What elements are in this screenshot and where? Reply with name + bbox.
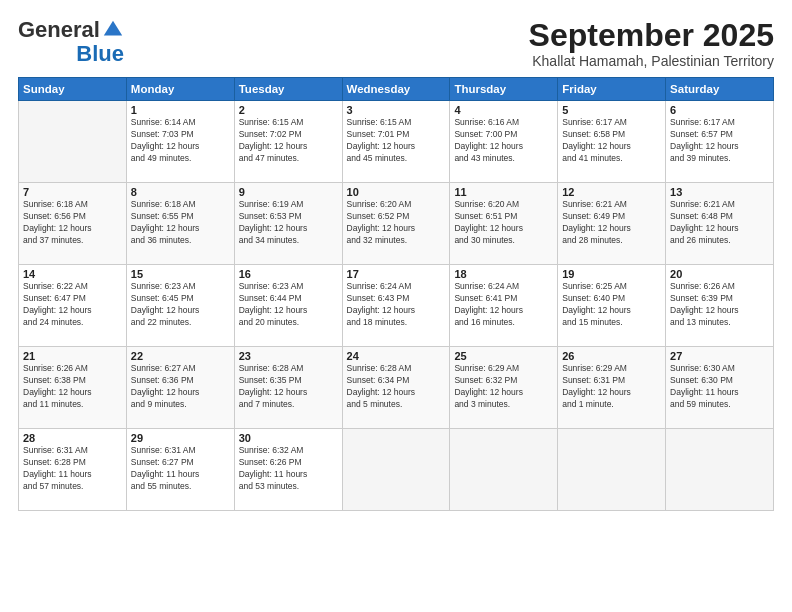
day-info: Sunrise: 6:25 AM Sunset: 6:40 PM Dayligh… <box>562 281 661 329</box>
svg-marker-0 <box>104 21 122 36</box>
table-row: 6Sunrise: 6:17 AM Sunset: 6:57 PM Daylig… <box>666 101 774 183</box>
day-number: 23 <box>239 350 338 362</box>
day-info: Sunrise: 6:21 AM Sunset: 6:49 PM Dayligh… <box>562 199 661 247</box>
calendar-header-row: Sunday Monday Tuesday Wednesday Thursday… <box>19 78 774 101</box>
day-number: 13 <box>670 186 769 198</box>
table-row: 29Sunrise: 6:31 AM Sunset: 6:27 PM Dayli… <box>126 429 234 511</box>
day-number: 3 <box>347 104 446 116</box>
day-info: Sunrise: 6:27 AM Sunset: 6:36 PM Dayligh… <box>131 363 230 411</box>
day-number: 17 <box>347 268 446 280</box>
day-info: Sunrise: 6:14 AM Sunset: 7:03 PM Dayligh… <box>131 117 230 165</box>
day-info: Sunrise: 6:16 AM Sunset: 7:00 PM Dayligh… <box>454 117 553 165</box>
table-row: 14Sunrise: 6:22 AM Sunset: 6:47 PM Dayli… <box>19 265 127 347</box>
day-info: Sunrise: 6:17 AM Sunset: 6:57 PM Dayligh… <box>670 117 769 165</box>
day-number: 16 <box>239 268 338 280</box>
table-row: 11Sunrise: 6:20 AM Sunset: 6:51 PM Dayli… <box>450 183 558 265</box>
table-row: 13Sunrise: 6:21 AM Sunset: 6:48 PM Dayli… <box>666 183 774 265</box>
table-row: 27Sunrise: 6:30 AM Sunset: 6:30 PM Dayli… <box>666 347 774 429</box>
table-row: 23Sunrise: 6:28 AM Sunset: 6:35 PM Dayli… <box>234 347 342 429</box>
day-info: Sunrise: 6:23 AM Sunset: 6:44 PM Dayligh… <box>239 281 338 329</box>
month-title: September 2025 <box>529 18 774 53</box>
table-row: 28Sunrise: 6:31 AM Sunset: 6:28 PM Dayli… <box>19 429 127 511</box>
day-number: 2 <box>239 104 338 116</box>
col-monday: Monday <box>126 78 234 101</box>
logo-icon <box>102 19 124 41</box>
logo-general: General <box>18 18 100 42</box>
day-number: 24 <box>347 350 446 362</box>
day-number: 12 <box>562 186 661 198</box>
header: General Blue September 2025 Khallat Hama… <box>18 18 774 69</box>
day-info: Sunrise: 6:18 AM Sunset: 6:55 PM Dayligh… <box>131 199 230 247</box>
day-number: 14 <box>23 268 122 280</box>
day-info: Sunrise: 6:20 AM Sunset: 6:52 PM Dayligh… <box>347 199 446 247</box>
table-row: 5Sunrise: 6:17 AM Sunset: 6:58 PM Daylig… <box>558 101 666 183</box>
day-number: 25 <box>454 350 553 362</box>
col-friday: Friday <box>558 78 666 101</box>
day-number: 9 <box>239 186 338 198</box>
title-block: September 2025 Khallat Hamamah, Palestin… <box>529 18 774 69</box>
day-info: Sunrise: 6:26 AM Sunset: 6:38 PM Dayligh… <box>23 363 122 411</box>
table-row: 2Sunrise: 6:15 AM Sunset: 7:02 PM Daylig… <box>234 101 342 183</box>
col-wednesday: Wednesday <box>342 78 450 101</box>
table-row: 24Sunrise: 6:28 AM Sunset: 6:34 PM Dayli… <box>342 347 450 429</box>
day-info: Sunrise: 6:22 AM Sunset: 6:47 PM Dayligh… <box>23 281 122 329</box>
day-info: Sunrise: 6:29 AM Sunset: 6:31 PM Dayligh… <box>562 363 661 411</box>
table-row: 1Sunrise: 6:14 AM Sunset: 7:03 PM Daylig… <box>126 101 234 183</box>
day-info: Sunrise: 6:18 AM Sunset: 6:56 PM Dayligh… <box>23 199 122 247</box>
day-info: Sunrise: 6:26 AM Sunset: 6:39 PM Dayligh… <box>670 281 769 329</box>
table-row: 20Sunrise: 6:26 AM Sunset: 6:39 PM Dayli… <box>666 265 774 347</box>
table-row: 25Sunrise: 6:29 AM Sunset: 6:32 PM Dayli… <box>450 347 558 429</box>
table-row: 10Sunrise: 6:20 AM Sunset: 6:52 PM Dayli… <box>342 183 450 265</box>
day-info: Sunrise: 6:31 AM Sunset: 6:27 PM Dayligh… <box>131 445 230 493</box>
col-saturday: Saturday <box>666 78 774 101</box>
day-info: Sunrise: 6:20 AM Sunset: 6:51 PM Dayligh… <box>454 199 553 247</box>
logo-blue: Blue <box>76 42 124 66</box>
day-info: Sunrise: 6:32 AM Sunset: 6:26 PM Dayligh… <box>239 445 338 493</box>
day-number: 29 <box>131 432 230 444</box>
table-row: 30Sunrise: 6:32 AM Sunset: 6:26 PM Dayli… <box>234 429 342 511</box>
day-number: 28 <box>23 432 122 444</box>
day-number: 18 <box>454 268 553 280</box>
table-row: 3Sunrise: 6:15 AM Sunset: 7:01 PM Daylig… <box>342 101 450 183</box>
day-number: 26 <box>562 350 661 362</box>
table-row: 22Sunrise: 6:27 AM Sunset: 6:36 PM Dayli… <box>126 347 234 429</box>
table-row: 26Sunrise: 6:29 AM Sunset: 6:31 PM Dayli… <box>558 347 666 429</box>
day-info: Sunrise: 6:19 AM Sunset: 6:53 PM Dayligh… <box>239 199 338 247</box>
day-number: 22 <box>131 350 230 362</box>
table-row: 9Sunrise: 6:19 AM Sunset: 6:53 PM Daylig… <box>234 183 342 265</box>
col-thursday: Thursday <box>450 78 558 101</box>
day-info: Sunrise: 6:17 AM Sunset: 6:58 PM Dayligh… <box>562 117 661 165</box>
table-row <box>19 101 127 183</box>
day-info: Sunrise: 6:31 AM Sunset: 6:28 PM Dayligh… <box>23 445 122 493</box>
calendar-week-row: 1Sunrise: 6:14 AM Sunset: 7:03 PM Daylig… <box>19 101 774 183</box>
table-row: 17Sunrise: 6:24 AM Sunset: 6:43 PM Dayli… <box>342 265 450 347</box>
table-row: 19Sunrise: 6:25 AM Sunset: 6:40 PM Dayli… <box>558 265 666 347</box>
table-row: 7Sunrise: 6:18 AM Sunset: 6:56 PM Daylig… <box>19 183 127 265</box>
day-info: Sunrise: 6:15 AM Sunset: 7:01 PM Dayligh… <box>347 117 446 165</box>
table-row: 4Sunrise: 6:16 AM Sunset: 7:00 PM Daylig… <box>450 101 558 183</box>
calendar-body: 1Sunrise: 6:14 AM Sunset: 7:03 PM Daylig… <box>19 101 774 511</box>
table-row: 8Sunrise: 6:18 AM Sunset: 6:55 PM Daylig… <box>126 183 234 265</box>
day-number: 11 <box>454 186 553 198</box>
day-number: 6 <box>670 104 769 116</box>
day-info: Sunrise: 6:24 AM Sunset: 6:43 PM Dayligh… <box>347 281 446 329</box>
table-row <box>450 429 558 511</box>
col-tuesday: Tuesday <box>234 78 342 101</box>
table-row <box>666 429 774 511</box>
page: General Blue September 2025 Khallat Hama… <box>0 0 792 612</box>
day-info: Sunrise: 6:15 AM Sunset: 7:02 PM Dayligh… <box>239 117 338 165</box>
day-info: Sunrise: 6:28 AM Sunset: 6:34 PM Dayligh… <box>347 363 446 411</box>
col-sunday: Sunday <box>19 78 127 101</box>
day-info: Sunrise: 6:28 AM Sunset: 6:35 PM Dayligh… <box>239 363 338 411</box>
table-row: 21Sunrise: 6:26 AM Sunset: 6:38 PM Dayli… <box>19 347 127 429</box>
table-row: 12Sunrise: 6:21 AM Sunset: 6:49 PM Dayli… <box>558 183 666 265</box>
calendar-week-row: 7Sunrise: 6:18 AM Sunset: 6:56 PM Daylig… <box>19 183 774 265</box>
day-number: 30 <box>239 432 338 444</box>
table-row <box>558 429 666 511</box>
day-number: 19 <box>562 268 661 280</box>
day-number: 8 <box>131 186 230 198</box>
day-number: 10 <box>347 186 446 198</box>
day-number: 4 <box>454 104 553 116</box>
subtitle: Khallat Hamamah, Palestinian Territory <box>529 53 774 69</box>
table-row: 16Sunrise: 6:23 AM Sunset: 6:44 PM Dayli… <box>234 265 342 347</box>
